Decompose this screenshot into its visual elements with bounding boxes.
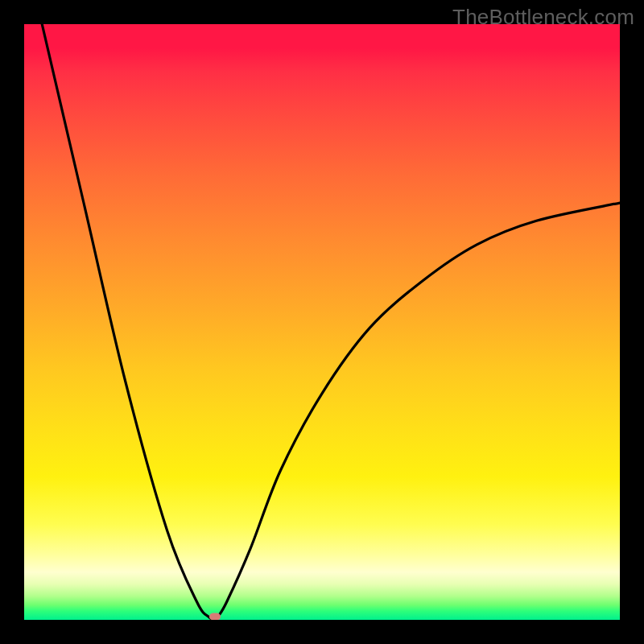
bottleneck-curve — [42, 24, 620, 620]
chart-container: TheBottleneck.com — [0, 0, 644, 644]
optimal-point-marker — [209, 613, 221, 620]
watermark-label: TheBottleneck.com — [452, 5, 634, 30]
curve-layer — [24, 24, 620, 620]
plot-area — [24, 24, 620, 620]
